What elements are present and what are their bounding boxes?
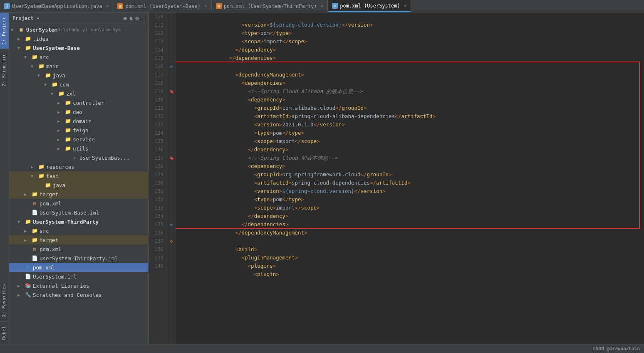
tab-java[interactable]: J UserSyatemBaseApplication.java × (0, 0, 113, 12)
app-java-icon: ☕ (71, 155, 78, 160)
fold-marker-116[interactable]: ⊖ (168, 62, 175, 71)
fold-marker-135[interactable]: ⊕ (168, 220, 175, 229)
tree-item-pom-base[interactable]: ▶ m pom.xml (9, 199, 148, 208)
tree-item-src[interactable]: ▼ 📁 src (9, 52, 148, 62)
com-folder-icon: 📁 (51, 81, 58, 87)
tree-item-utils[interactable]: ▶ 📁 utils (9, 144, 148, 153)
test-folder-icon: 📁 (37, 173, 45, 179)
status-text: CSDN @DragonZhuCn (593, 346, 640, 351)
tree-item-scratches[interactable]: ▶ 🔧 Scratches and Consoles (9, 290, 148, 299)
tree-item-java-main[interactable]: ▼ 📁 java (9, 71, 148, 80)
tree-item-pom-thirdparty[interactable]: ▶ m pom.xml (9, 244, 148, 254)
sidebar-icon-layout[interactable]: ⇅ (129, 15, 133, 22)
label-controller: controller (73, 100, 104, 106)
tree-item-thirdparty[interactable]: ▼ 📁 UserSystem-ThirdParty (9, 217, 148, 226)
tree-item-iml-thirdparty[interactable]: ▶ 📄 UserSystem-ThirdParty.iml (9, 254, 148, 263)
sidebar-icon-minimize[interactable]: — (141, 15, 145, 22)
tree-item-app[interactable]: ▶ ☕ UserSyatemBas... (9, 153, 148, 162)
path-usersystem: D:\study-yi-xun\UserSys (57, 27, 121, 32)
utils-folder-icon: 📁 (64, 146, 72, 151)
target-thirdparty-icon: 📁 (31, 237, 38, 243)
tree-item-com[interactable]: ▼ 📁 com (9, 80, 148, 89)
label-main: main (46, 63, 59, 69)
bookmark-icon-119: 🔖 (169, 89, 174, 94)
left-panel-rebel[interactable]: Rebel (0, 322, 9, 344)
tree-item-main[interactable]: ▼ 📁 main (9, 62, 148, 71)
arrow-controller: ▶ (57, 101, 64, 105)
left-vertical-panels: 1: Project Z: Structure 2: Favorites Reb… (0, 12, 9, 344)
label-thirdparty: UserSystem-ThirdParty (33, 219, 99, 225)
arrow-ext-libs: ▶ (17, 284, 24, 288)
tree-item-idea[interactable]: ▶ 📁 .idea (9, 34, 148, 43)
label-usersystem: UserSystem (26, 27, 57, 33)
tree-item-test[interactable]: ▼ 📁 test (9, 171, 148, 180)
arrow-com: ▼ (44, 82, 51, 87)
feign-folder-icon: 📁 (64, 127, 72, 133)
src-icon: 📁 (31, 54, 38, 60)
sidebar-icon-gear[interactable]: ⚙ (135, 15, 139, 22)
arrow-usersystem: ▼ (11, 27, 17, 32)
tree-item-iml-base[interactable]: ▶ 📄 UserSyatem-Base.iml (9, 208, 148, 217)
domain-folder-icon: 📁 (64, 118, 72, 124)
sidebar-icon-globe[interactable]: ⊕ (123, 15, 126, 22)
label-iml-thirdparty: UserSystem-ThirdParty.iml (40, 255, 118, 262)
editor-wrapper: 110 111 112 113 114 115 116 117 118 119 … (149, 12, 644, 344)
fold-icon-116: ⊖ (170, 64, 173, 69)
tree-item-zxl[interactable]: ▼ 📁 zxl (9, 89, 148, 98)
arrow-zxl: ▼ (51, 91, 57, 96)
tree-item-domain[interactable]: ▶ 📁 domain (9, 116, 148, 126)
tree-item-dao[interactable]: ▶ 📁 dao (9, 107, 148, 116)
bookmark-127[interactable]: 🔖 (168, 154, 175, 162)
java-file-icon: J (4, 3, 10, 9)
tree-item-usersystem[interactable]: ▼ ▣ UserSystem D:\study-yi-xun\UserSys (9, 25, 148, 34)
tree-item-ext-libs[interactable]: ▶ 📚 External Libraries (9, 281, 148, 290)
left-panel-favorites[interactable]: 2: Favorites (0, 280, 9, 321)
tree-item-controller[interactable]: ▶ 📁 controller (9, 98, 148, 107)
code-line-116: <dependencyManagement> (179, 62, 641, 71)
pom-usersystem-tree-icon: m (24, 264, 32, 270)
tree-item-target-thirdparty[interactable]: ▶ 📁 target (9, 235, 148, 244)
arrow-scratches: ▶ (17, 293, 24, 297)
tree-item-service[interactable]: ▶ 📁 service (9, 135, 148, 144)
scratches-icon: 🔧 (24, 292, 32, 298)
tree-item-pom-usersystem[interactable]: ▶ m pom.xml (9, 263, 148, 272)
label-target-base: target (40, 191, 58, 197)
bookmark-119[interactable]: 🔖 (168, 87, 175, 96)
tree-item-java-test[interactable]: ▶ 📁 java (9, 180, 148, 190)
label-app: UserSyatemBas... (79, 155, 129, 161)
tree-item-base[interactable]: ▼ 📁 UserSyatem-Base (9, 43, 148, 52)
tab-pom-base-close[interactable]: × (204, 3, 207, 9)
service-folder-icon: 📁 (64, 136, 72, 142)
tree-item-iml-usersystem[interactable]: ▶ 📄 UserSystem.iml (9, 272, 148, 281)
tree-item-target-base[interactable]: ▶ 📁 target (9, 190, 148, 199)
tab-pom-base[interactable]: m pom.xml (UserSyatem-Base) × (113, 0, 211, 12)
left-panel-project[interactable]: 1: Project (0, 12, 9, 49)
sidebar-tree: ▼ ▣ UserSystem D:\study-yi-xun\UserSys ▶… (9, 24, 148, 344)
arrow-src: ▼ (24, 55, 31, 59)
label-ext-libs: External Libraries (33, 283, 89, 289)
pom-thirdparty-tree-icon: m (31, 246, 38, 252)
tree-item-src-thirdparty[interactable]: ▶ 📁 src (9, 226, 148, 235)
iml-thirdparty-icon: 📄 (31, 255, 38, 261)
tab-pom-thirdparty-close[interactable]: × (321, 3, 324, 9)
java-folder-icon: 📁 (44, 72, 52, 78)
arrow-service: ▶ (57, 137, 64, 142)
tree-item-feign[interactable]: ▶ 📁 feign (9, 126, 148, 135)
tab-java-close[interactable]: × (106, 3, 109, 9)
label-src-thirdparty: src (40, 228, 49, 234)
tree-item-resources[interactable]: ▶ 📁 resources (9, 162, 148, 171)
code-editor[interactable]: 110 111 112 113 114 115 116 117 118 119 … (149, 12, 644, 344)
tab-pom-usersystem[interactable]: m pom.xml (UserSystem) × (328, 0, 411, 12)
left-panel-structure[interactable]: Z: Structure (0, 49, 9, 90)
main-folder-icon: 📁 (37, 63, 45, 69)
line-numbers: 110 111 112 113 114 115 116 117 118 119 … (149, 12, 167, 344)
code-lines[interactable]: <version>${spring-cloud.version}</versio… (176, 12, 644, 344)
zxl-folder-icon: 📁 (57, 91, 65, 96)
dao-folder-icon: 📁 (64, 109, 72, 115)
tab-pom-thirdparty[interactable]: m pom.xml (UserSystem-ThirdParty) × (212, 0, 328, 12)
fold-marker-137[interactable]: ⊖ (168, 237, 175, 245)
arrow-test: ▼ (31, 174, 37, 178)
tab-pom-usersystem-close[interactable]: × (404, 3, 407, 8)
label-domain: domain (73, 118, 92, 124)
label-dao: dao (73, 109, 82, 115)
